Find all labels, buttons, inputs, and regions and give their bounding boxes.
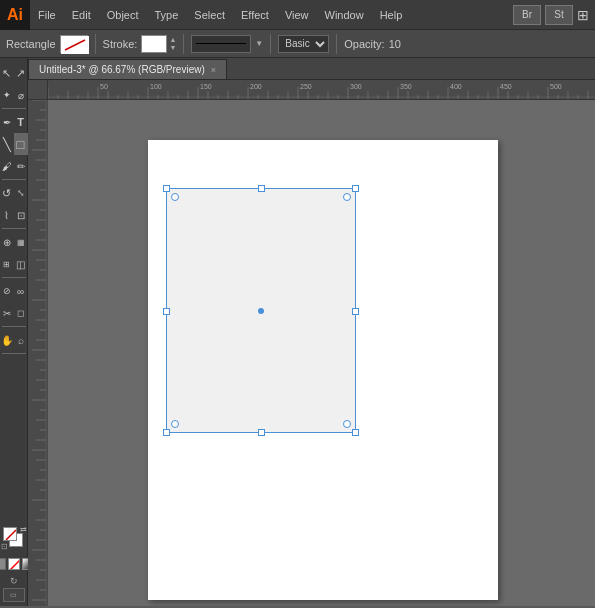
pen-tool[interactable]: ✒ xyxy=(0,111,14,133)
column-graph-tool[interactable]: ▦ xyxy=(14,231,28,253)
tool-row-magic: ✦ ⌀ xyxy=(0,84,28,106)
rotate-view-icon[interactable]: ↻ xyxy=(10,576,18,586)
type-tool[interactable]: T xyxy=(14,111,28,133)
tool-row-brush: 🖌 ✏ xyxy=(0,155,28,177)
ruler-left xyxy=(28,100,48,606)
swap-colors-icon[interactable]: ⇄ xyxy=(20,525,27,534)
rotate-tool[interactable]: ↺ xyxy=(0,182,14,204)
opacity-label: Opacity: xyxy=(344,38,384,50)
svg-text:100: 100 xyxy=(150,83,162,90)
tool-row-warp: ⌇ ⊡ xyxy=(0,204,28,226)
eyedropper-tool[interactable]: ⊘ xyxy=(0,280,14,302)
menu-edit[interactable]: Edit xyxy=(64,0,99,29)
tab-close-button[interactable]: × xyxy=(211,65,216,75)
direct-selection-tool[interactable]: ↗ xyxy=(14,62,28,84)
menu-effect[interactable]: Effect xyxy=(233,0,277,29)
zoom-tool[interactable]: ⌕ xyxy=(14,329,28,351)
tool-row-pen: ✒ T xyxy=(0,111,28,133)
hand-tool[interactable]: ✋ xyxy=(0,329,14,351)
no-color-button[interactable] xyxy=(8,558,20,570)
menu-object[interactable]: Object xyxy=(99,0,147,29)
svg-text:300: 300 xyxy=(350,83,362,90)
toolbar-separator-1 xyxy=(95,34,96,54)
stroke-label: Stroke: xyxy=(103,38,138,50)
symbol-sprayer-tool[interactable]: ⊕ xyxy=(0,231,14,253)
foreground-color-swatch[interactable] xyxy=(3,527,17,541)
resize-handle-br[interactable] xyxy=(352,429,359,436)
menu-select[interactable]: Select xyxy=(186,0,233,29)
svg-text:150: 150 xyxy=(200,83,212,90)
svg-line-4 xyxy=(10,560,20,570)
gradient-tool[interactable]: ◫ xyxy=(14,253,28,275)
selection-tool[interactable]: ↖ xyxy=(0,62,14,84)
resize-handle-mr[interactable] xyxy=(352,308,359,315)
app-logo: Ai xyxy=(0,0,30,30)
toolbox: ↖ ↗ ✦ ⌀ ✒ T ╲ □ 🖌 ✏ ↺ ⤡ ⌇ ⊡ ⊕ xyxy=(0,58,28,606)
menu-file[interactable]: File xyxy=(30,0,64,29)
tool-row-rotate: ↺ ⤡ xyxy=(0,182,28,204)
mesh-tool[interactable]: ⊞ xyxy=(0,253,14,275)
solid-color-button[interactable] xyxy=(0,558,6,570)
svg-text:50: 50 xyxy=(100,83,108,90)
workspace-switcher-icon[interactable]: ⊞ xyxy=(577,7,589,23)
scale-tool[interactable]: ⤡ xyxy=(14,182,28,204)
tool-separator-3 xyxy=(2,228,26,229)
fill-color-swatch[interactable] xyxy=(60,35,88,53)
menu-bar: Ai File Edit Object Type Select Effect V… xyxy=(0,0,595,30)
resize-handle-tm[interactable] xyxy=(258,185,265,192)
lasso-tool[interactable]: ⌀ xyxy=(14,84,28,106)
resize-handle-bl[interactable] xyxy=(163,429,170,436)
stroke-down-arrow[interactable]: ▼ xyxy=(169,44,176,51)
scissors-tool[interactable]: ✂ xyxy=(0,302,14,324)
artboard-nav[interactable]: ▭ xyxy=(3,588,25,602)
resize-handle-tr[interactable] xyxy=(352,185,359,192)
menu-help[interactable]: Help xyxy=(372,0,411,29)
eraser-tool[interactable]: ◻ xyxy=(14,302,28,324)
magic-wand-tool[interactable]: ✦ xyxy=(0,84,14,106)
stroke-up-arrow[interactable]: ▲ xyxy=(169,36,176,43)
selected-rectangle[interactable] xyxy=(166,188,356,433)
default-colors-icon[interactable]: ⊡ xyxy=(1,542,8,551)
stroke-style-selector[interactable] xyxy=(191,35,251,53)
free-transform-tool[interactable]: ⊡ xyxy=(14,204,28,226)
center-point xyxy=(258,308,264,314)
tool-row-eyedropper: ⊘ ∞ xyxy=(0,280,28,302)
artboard-area[interactable] xyxy=(48,100,595,606)
stroke-spinners[interactable]: ▲ ▼ xyxy=(169,36,176,51)
resize-handle-tl[interactable] xyxy=(163,185,170,192)
menu-type[interactable]: Type xyxy=(147,0,187,29)
menu-items: File Edit Object Type Select Effect View… xyxy=(30,0,410,29)
stroke-input-group: ▲ ▼ xyxy=(141,35,176,53)
shape-type-label: Rectangle xyxy=(6,38,56,50)
corner-handle-br[interactable] xyxy=(343,420,351,428)
tool-row-mesh: ⊞ ◫ xyxy=(0,253,28,275)
corner-handle-bl[interactable] xyxy=(171,420,179,428)
line-tool[interactable]: ╲ xyxy=(0,133,14,155)
document-tab[interactable]: Untitled-3* @ 66.67% (RGB/Preview) × xyxy=(28,59,227,79)
stock-button[interactable]: St xyxy=(545,5,573,25)
tool-separator-2 xyxy=(2,179,26,180)
style-select[interactable]: Basic xyxy=(278,35,329,53)
paintbrush-tool[interactable]: 🖌 xyxy=(0,155,14,177)
menu-window[interactable]: Window xyxy=(317,0,372,29)
resize-handle-bm[interactable] xyxy=(258,429,265,436)
corner-handle-tl[interactable] xyxy=(171,193,179,201)
canvas-container[interactable]: 50100150200250300350400450500550 xyxy=(28,80,595,606)
tab-bar: Untitled-3* @ 66.67% (RGB/Preview) × xyxy=(28,58,595,80)
stroke-dropdown-arrow[interactable]: ▼ xyxy=(255,39,263,48)
warp-tool[interactable]: ⌇ xyxy=(0,204,14,226)
fill-indicator-icon xyxy=(61,36,89,54)
tool-separator-5 xyxy=(2,326,26,327)
svg-text:400: 400 xyxy=(450,83,462,90)
toolbar-separator-3 xyxy=(270,34,271,54)
blend-tool[interactable]: ∞ xyxy=(14,280,28,302)
menu-view[interactable]: View xyxy=(277,0,317,29)
stroke-color-swatch[interactable] xyxy=(141,35,167,53)
rectangle-tool[interactable]: □ xyxy=(14,133,28,155)
pencil-tool[interactable]: ✏ xyxy=(14,155,28,177)
resize-handle-ml[interactable] xyxy=(163,308,170,315)
menu-right: Br St ⊞ xyxy=(513,5,595,25)
svg-text:450: 450 xyxy=(500,83,512,90)
corner-handle-tr[interactable] xyxy=(343,193,351,201)
bridge-button[interactable]: Br xyxy=(513,5,541,25)
